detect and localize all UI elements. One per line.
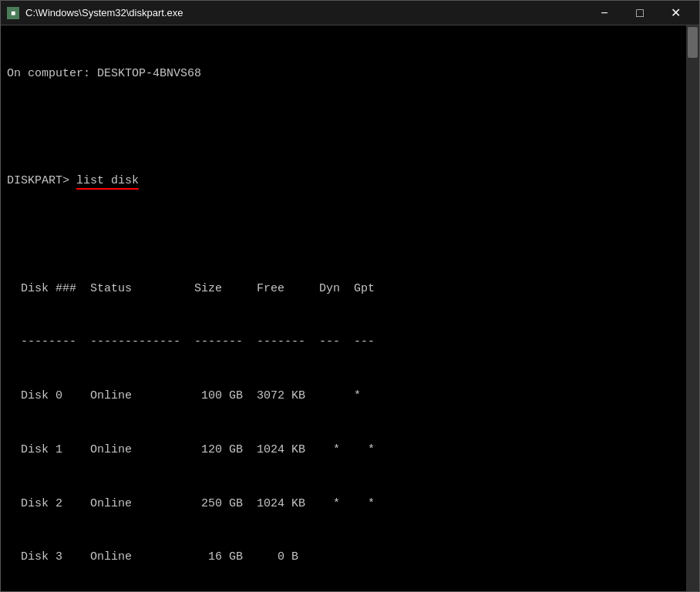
disk3-row: Disk 3 Online 16 GB 0 B bbox=[7, 548, 680, 566]
blank-1 bbox=[7, 118, 680, 136]
window-controls: − □ ✕ bbox=[587, 1, 693, 25]
cmd1-command: list disk bbox=[76, 172, 139, 190]
table-header: Disk ### Status Size Free Dyn Gpt bbox=[7, 280, 680, 298]
close-button[interactable]: ✕ bbox=[658, 1, 693, 25]
disk1-row: Disk 1 Online 120 GB 1024 KB * * bbox=[7, 441, 680, 459]
table-divider: -------- ------------- ------- ------- -… bbox=[7, 333, 680, 351]
terminal-output: On computer: DESKTOP-4BNVS68 DISKPART> l… bbox=[7, 29, 680, 591]
main-window: ■ C:\Windows\System32\diskpart.exe − □ ✕… bbox=[0, 0, 700, 592]
app-icon: ■ bbox=[7, 7, 19, 19]
computer-line: On computer: DESKTOP-4BNVS68 bbox=[7, 65, 680, 82]
disk0-row: Disk 0 Online 100 GB 3072 KB * bbox=[7, 387, 680, 405]
minimize-button[interactable]: − bbox=[587, 1, 622, 25]
cmd1-line: DISKPART> list disk bbox=[7, 172, 680, 190]
maximize-button[interactable]: □ bbox=[622, 1, 658, 25]
terminal-container: On computer: DESKTOP-4BNVS68 DISKPART> l… bbox=[1, 25, 699, 591]
window-title: C:\Windows\System32\diskpart.exe bbox=[25, 7, 183, 18]
vertical-scrollbar[interactable] bbox=[686, 25, 699, 591]
terminal-area[interactable]: On computer: DESKTOP-4BNVS68 DISKPART> l… bbox=[1, 25, 686, 591]
title-bar: ■ C:\Windows\System32\diskpart.exe − □ ✕ bbox=[1, 1, 699, 25]
disk2-row: Disk 2 Online 250 GB 1024 KB * * bbox=[7, 495, 680, 513]
scrollbar-thumb[interactable] bbox=[688, 27, 698, 58]
title-bar-left: ■ C:\Windows\System32\diskpart.exe bbox=[7, 7, 183, 19]
blank-2 bbox=[7, 226, 680, 244]
